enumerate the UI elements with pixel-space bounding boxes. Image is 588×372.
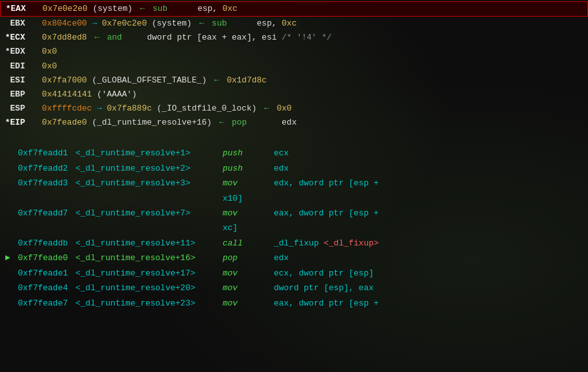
eax-value: 0x7e0e2e0 xyxy=(33,3,88,15)
addr-3: 0xf7feadd3 xyxy=(18,176,75,190)
disasm-row-4b: xc] xyxy=(0,221,588,235)
arrow-8 xyxy=(5,281,18,295)
esp-row: ESP 0xffffcdec → 0x7fa889c (_IO_stdfile_… xyxy=(0,102,588,116)
ecx-label: *ECX xyxy=(5,31,32,44)
mnemonic-9: mov xyxy=(223,297,274,310)
eax-label: *EAX xyxy=(6,3,33,15)
ecx-comment: /* '!4' */ xyxy=(282,31,331,44)
ebx-label: EBX xyxy=(5,17,32,30)
operands-1: ecx xyxy=(274,146,583,160)
ebx-op: sub xyxy=(212,17,226,30)
ebp-qualifier: ('AAAA') xyxy=(92,88,137,101)
addr-8: 0xf7feade4 xyxy=(18,281,75,295)
label-8: <_dl_runtime_resolve+20> xyxy=(75,281,223,295)
arrow-5 xyxy=(5,236,18,250)
disasm-row-6: ► 0xf7feade0 <_dl_runtime_resolve+16> po… xyxy=(0,251,588,265)
esi-arrow: ← xyxy=(209,74,224,87)
mnemonic-6: pop xyxy=(223,251,274,265)
operands-8: dword ptr [esp], eax xyxy=(274,281,583,295)
eip-label: *EIP xyxy=(5,116,32,129)
ebx-arg2: 0xc xyxy=(282,17,296,30)
operands-3: edx, dword ptr [esp + xyxy=(274,176,583,190)
operands-3b: x10] xyxy=(223,192,583,205)
addr-9: 0xf7feade7 xyxy=(18,297,75,310)
edi-label: EDI xyxy=(5,60,32,73)
ecx-rest: dword ptr [eax + eax], esi xyxy=(122,31,282,44)
eip-args: edx xyxy=(247,116,297,129)
esi-label: ESI xyxy=(5,74,32,87)
eip-value: 0x7feade0 xyxy=(32,116,87,129)
disasm-row-7: 0xf7feade1 <_dl_runtime_resolve+17> mov … xyxy=(0,266,588,281)
operands-7: ecx, dword ptr [esp] xyxy=(274,267,583,280)
edx-value: 0x0 xyxy=(32,45,57,58)
label-1: <_dl_runtime_resolve+1> xyxy=(75,146,223,160)
esp-arg: 0x0 xyxy=(276,102,291,115)
ebx-args: esp, xyxy=(226,17,282,30)
ecx-value: 0x7dd8ed8 xyxy=(32,31,87,44)
mnemonic-3: mov xyxy=(223,176,274,190)
esi-row: ESI 0x7fa7000 (_GLOBAL_OFFSET_TABLE_) ← … xyxy=(0,74,588,88)
ebp-row: EBP 0x41414141 ('AAAA') xyxy=(0,88,588,102)
disasm-row-4: 0xf7feadd7 <_dl_runtime_resolve+7> mov e… xyxy=(0,206,588,221)
mnemonic-7: mov xyxy=(223,267,274,280)
operands-6: edx xyxy=(274,251,583,265)
operands-2: edx xyxy=(274,162,583,175)
edi-value: 0x0 xyxy=(32,60,57,73)
esp-arrow1: → xyxy=(92,102,107,115)
operands-4: eax, dword ptr [esp + xyxy=(274,206,583,220)
disasm-row-5: 0xf7feaddb <_dl_runtime_resolve+11> call… xyxy=(0,236,588,251)
esp-value2: 0x7fa889c xyxy=(107,102,152,115)
ebx-row: EBX 0x804ce00 → 0x7e0c2e0 (system) ← sub… xyxy=(0,17,588,31)
addr-2: 0xf7feadd2 xyxy=(18,162,75,175)
disasm-row-1: 0xf7feadd1 <_dl_runtime_resolve+1> push … xyxy=(0,146,588,160)
label-3: <_dl_runtime_resolve+3> xyxy=(75,176,223,190)
ecx-row: *ECX 0x7dd8ed8 ← and dword ptr [eax + ea… xyxy=(0,31,588,45)
operands-5: _dl_fixup <_dl_fixup> xyxy=(274,236,583,250)
esp-label: ESP xyxy=(5,102,32,115)
arrow-3 xyxy=(5,176,18,190)
addr-4: 0xf7feadd7 xyxy=(18,206,75,220)
ecx-op: and xyxy=(107,31,122,44)
disasm-row-3b: x10] xyxy=(0,191,588,206)
ecx-arrow: ← xyxy=(90,31,104,44)
esp-arrow2: ← xyxy=(259,102,274,115)
mnemonic-4: mov xyxy=(223,206,274,220)
edx-row: *EDX 0x0 xyxy=(0,45,588,59)
eax-arg2: 0xc xyxy=(223,3,237,15)
eax-arrow: ← xyxy=(135,3,150,15)
arrow-3b xyxy=(5,192,18,205)
ebx-value2: 0x7e0c2e0 xyxy=(102,17,147,30)
arrow-6: ► xyxy=(5,251,18,265)
disasm-section: 0xf7feadd1 <_dl_runtime_resolve+1> push … xyxy=(0,146,588,311)
label-6: <_dl_runtime_resolve+16> xyxy=(75,251,223,265)
arrow-7 xyxy=(5,267,18,280)
mnemonic-1: push xyxy=(223,146,274,160)
ebx-value: 0x804ce00 xyxy=(32,17,87,30)
eip-row: *EIP 0x7feade0 (_dl_runtime_resolve+16) … xyxy=(0,116,588,130)
addr-1: 0xf7feadd1 xyxy=(18,146,75,160)
eip-qualifier: (_dl_runtime_resolve+16) xyxy=(87,116,212,129)
disasm-row-2: 0xf7feadd2 <_dl_runtime_resolve+2> push … xyxy=(0,161,588,176)
mnemonic-2: push xyxy=(223,162,274,175)
addr-5: 0xf7feaddb xyxy=(18,236,75,250)
esi-qualifier: (_GLOBAL_OFFSET_TABLE_) xyxy=(87,74,207,87)
mnemonic-5: call xyxy=(223,236,274,250)
label-4: <_dl_runtime_resolve+7> xyxy=(75,206,223,220)
ebp-label: EBP xyxy=(5,88,32,101)
label-7: <_dl_runtime_resolve+17> xyxy=(75,267,223,280)
eax-op: sub xyxy=(152,3,167,15)
label-9: <_dl_runtime_resolve+23> xyxy=(75,297,223,310)
edi-row: EDI 0x0 xyxy=(0,59,588,74)
addr-6: 0xf7feade0 xyxy=(18,251,75,265)
esp-qualifier2: (_IO_stdfile_0_lock) xyxy=(152,102,257,115)
eip-op: pop xyxy=(232,116,246,129)
ebx-arrow2: ← xyxy=(195,17,209,30)
eax-qualifier: (system) xyxy=(88,3,132,15)
label-5: <_dl_runtime_resolve+11> xyxy=(75,236,223,250)
esi-arg: 0x1d7d8c xyxy=(226,74,266,87)
arrow-9 xyxy=(5,297,18,310)
operands-4b: xc] xyxy=(223,221,583,235)
mnemonic-8: mov xyxy=(223,281,274,295)
disasm-row-9: 0xf7feade7 <_dl_runtime_resolve+23> mov … xyxy=(0,296,588,311)
arrow-1 xyxy=(5,146,18,160)
